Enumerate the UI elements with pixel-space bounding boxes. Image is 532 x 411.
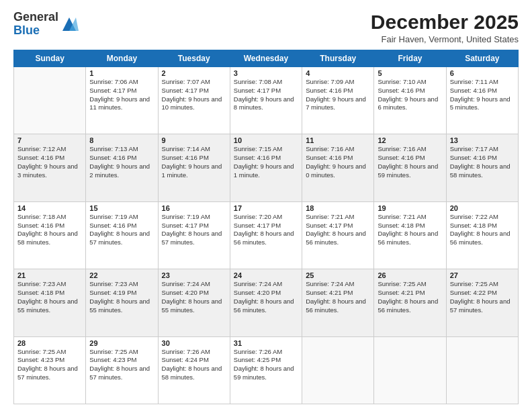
day-info: Sunrise: 7:16 AMSunset: 4:16 PMDaylight:…: [306, 145, 370, 179]
calendar-cell: 16Sunrise: 7:19 AMSunset: 4:17 PMDayligh…: [158, 201, 230, 269]
day-info: Sunrise: 7:16 AMSunset: 4:16 PMDaylight:…: [378, 145, 442, 179]
day-number: 14: [17, 204, 82, 212]
day-info: Sunrise: 7:24 AMSunset: 4:20 PMDaylight:…: [162, 280, 226, 314]
day-info: Sunrise: 7:19 AMSunset: 4:16 PMDaylight:…: [89, 213, 154, 247]
day-number: 28: [17, 339, 82, 347]
calendar-cell: 6Sunrise: 7:11 AMSunset: 4:16 PMDaylight…: [446, 67, 518, 134]
day-number: 6: [450, 69, 515, 77]
day-number: 1: [89, 69, 154, 77]
day-number: 2: [162, 69, 226, 77]
page-header: General Blue December 2025 Fair Haven, V…: [13, 11, 519, 44]
day-info: Sunrise: 7:20 AMSunset: 4:17 PMDaylight:…: [234, 213, 298, 247]
calendar-cell: 4Sunrise: 7:09 AMSunset: 4:16 PMDaylight…: [302, 67, 374, 134]
weekday-header-sunday: Sunday: [14, 50, 86, 67]
calendar-cell: 24Sunrise: 7:24 AMSunset: 4:20 PMDayligh…: [230, 269, 302, 336]
day-number: 12: [378, 136, 442, 144]
calendar-cell: 8Sunrise: 7:13 AMSunset: 4:16 PMDaylight…: [86, 134, 158, 201]
calendar-cell: 13Sunrise: 7:17 AMSunset: 4:16 PMDayligh…: [446, 134, 518, 201]
logo-general: General: [13, 10, 58, 24]
day-number: 16: [162, 204, 226, 212]
day-info: Sunrise: 7:21 AMSunset: 4:17 PMDaylight:…: [306, 213, 370, 247]
calendar-cell: 28Sunrise: 7:25 AMSunset: 4:23 PMDayligh…: [14, 336, 86, 404]
day-number: 5: [378, 69, 442, 77]
day-number: 11: [306, 136, 370, 144]
calendar-table: SundayMondayTuesdayWednesdayThursdayFrid…: [13, 50, 519, 404]
calendar-week-row: 1Sunrise: 7:06 AMSunset: 4:17 PMDaylight…: [14, 67, 519, 134]
day-info: Sunrise: 7:25 AMSunset: 4:23 PMDaylight:…: [89, 348, 154, 382]
day-info: Sunrise: 7:08 AMSunset: 4:17 PMDaylight:…: [234, 78, 298, 112]
day-number: 10: [234, 136, 298, 144]
day-info: Sunrise: 7:18 AMSunset: 4:16 PMDaylight:…: [17, 213, 82, 247]
weekday-header-wednesday: Wednesday: [230, 50, 302, 67]
calendar-cell: 25Sunrise: 7:24 AMSunset: 4:21 PMDayligh…: [302, 269, 374, 336]
day-number: 13: [450, 136, 515, 144]
day-info: Sunrise: 7:23 AMSunset: 4:18 PMDaylight:…: [17, 280, 82, 314]
calendar-cell: 7Sunrise: 7:12 AMSunset: 4:16 PMDaylight…: [14, 134, 86, 201]
weekday-header-thursday: Thursday: [302, 50, 374, 67]
day-number: 7: [17, 136, 82, 144]
weekday-header-row: SundayMondayTuesdayWednesdayThursdayFrid…: [14, 50, 519, 67]
calendar-cell: 19Sunrise: 7:21 AMSunset: 4:18 PMDayligh…: [374, 201, 446, 269]
calendar-week-row: 21Sunrise: 7:23 AMSunset: 4:18 PMDayligh…: [14, 269, 519, 336]
day-info: Sunrise: 7:24 AMSunset: 4:20 PMDaylight:…: [234, 280, 298, 314]
day-number: 20: [450, 204, 515, 212]
calendar-cell: [302, 336, 374, 404]
day-info: Sunrise: 7:26 AMSunset: 4:24 PMDaylight:…: [162, 348, 226, 382]
day-info: Sunrise: 7:25 AMSunset: 4:22 PMDaylight:…: [450, 280, 515, 314]
logo-icon: [60, 15, 79, 34]
calendar-week-row: 7Sunrise: 7:12 AMSunset: 4:16 PMDaylight…: [14, 134, 519, 201]
calendar-cell: [374, 336, 446, 404]
day-info: Sunrise: 7:11 AMSunset: 4:16 PMDaylight:…: [450, 78, 515, 112]
calendar-cell: 29Sunrise: 7:25 AMSunset: 4:23 PMDayligh…: [86, 336, 158, 404]
calendar-cell: [446, 336, 518, 404]
logo-blue: Blue: [13, 24, 40, 37]
day-info: Sunrise: 7:14 AMSunset: 4:16 PMDaylight:…: [162, 145, 226, 179]
weekday-header-friday: Friday: [374, 50, 446, 67]
location: Fair Haven, Vermont, United States: [371, 34, 519, 44]
day-number: 27: [450, 271, 515, 279]
month-title: December 2025: [371, 11, 519, 33]
calendar-page: General Blue December 2025 Fair Haven, V…: [0, 0, 532, 411]
calendar-cell: 1Sunrise: 7:06 AMSunset: 4:17 PMDaylight…: [86, 67, 158, 134]
day-number: 29: [89, 339, 154, 347]
weekday-header-saturday: Saturday: [446, 50, 518, 67]
day-number: 19: [378, 204, 442, 212]
weekday-header-monday: Monday: [86, 50, 158, 67]
calendar-week-row: 28Sunrise: 7:25 AMSunset: 4:23 PMDayligh…: [14, 336, 519, 404]
day-info: Sunrise: 7:13 AMSunset: 4:16 PMDaylight:…: [89, 145, 154, 179]
day-info: Sunrise: 7:26 AMSunset: 4:25 PMDaylight:…: [234, 348, 298, 382]
day-info: Sunrise: 7:21 AMSunset: 4:18 PMDaylight:…: [378, 213, 442, 247]
day-info: Sunrise: 7:10 AMSunset: 4:16 PMDaylight:…: [378, 78, 442, 112]
calendar-cell: 14Sunrise: 7:18 AMSunset: 4:16 PMDayligh…: [14, 201, 86, 269]
day-number: 22: [89, 271, 154, 279]
day-number: 4: [306, 69, 370, 77]
day-info: Sunrise: 7:15 AMSunset: 4:16 PMDaylight:…: [234, 145, 298, 179]
day-info: Sunrise: 7:24 AMSunset: 4:21 PMDaylight:…: [306, 280, 370, 314]
calendar-cell: 5Sunrise: 7:10 AMSunset: 4:16 PMDaylight…: [374, 67, 446, 134]
day-number: 21: [17, 271, 82, 279]
day-info: Sunrise: 7:25 AMSunset: 4:21 PMDaylight:…: [378, 280, 442, 314]
calendar-cell: 20Sunrise: 7:22 AMSunset: 4:18 PMDayligh…: [446, 201, 518, 269]
title-block: December 2025 Fair Haven, Vermont, Unite…: [371, 11, 519, 44]
day-info: Sunrise: 7:22 AMSunset: 4:18 PMDaylight:…: [450, 213, 515, 247]
day-info: Sunrise: 7:25 AMSunset: 4:23 PMDaylight:…: [17, 348, 82, 382]
calendar-cell: 15Sunrise: 7:19 AMSunset: 4:16 PMDayligh…: [86, 201, 158, 269]
day-number: 18: [306, 204, 370, 212]
calendar-cell: 23Sunrise: 7:24 AMSunset: 4:20 PMDayligh…: [158, 269, 230, 336]
calendar-cell: 21Sunrise: 7:23 AMSunset: 4:18 PMDayligh…: [14, 269, 86, 336]
calendar-cell: 10Sunrise: 7:15 AMSunset: 4:16 PMDayligh…: [230, 134, 302, 201]
day-number: 23: [162, 271, 226, 279]
weekday-header-tuesday: Tuesday: [158, 50, 230, 67]
day-number: 3: [234, 69, 298, 77]
calendar-cell: 22Sunrise: 7:23 AMSunset: 4:19 PMDayligh…: [86, 269, 158, 336]
calendar-cell: 26Sunrise: 7:25 AMSunset: 4:21 PMDayligh…: [374, 269, 446, 336]
logo: General Blue: [13, 11, 79, 38]
calendar-cell: 3Sunrise: 7:08 AMSunset: 4:17 PMDaylight…: [230, 67, 302, 134]
day-info: Sunrise: 7:12 AMSunset: 4:16 PMDaylight:…: [17, 145, 82, 179]
day-info: Sunrise: 7:07 AMSunset: 4:17 PMDaylight:…: [162, 78, 226, 112]
calendar-cell: 30Sunrise: 7:26 AMSunset: 4:24 PMDayligh…: [158, 336, 230, 404]
day-number: 25: [306, 271, 370, 279]
day-info: Sunrise: 7:09 AMSunset: 4:16 PMDaylight:…: [306, 78, 370, 112]
calendar-cell: 12Sunrise: 7:16 AMSunset: 4:16 PMDayligh…: [374, 134, 446, 201]
day-number: 24: [234, 271, 298, 279]
